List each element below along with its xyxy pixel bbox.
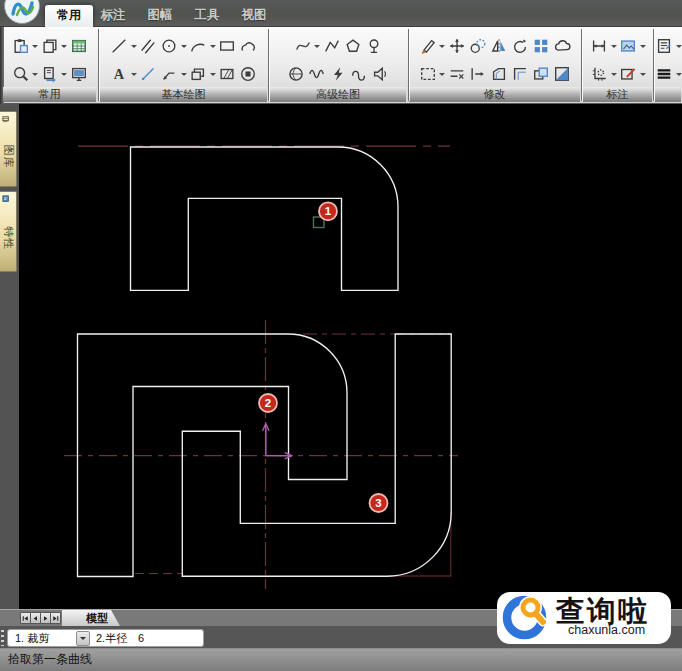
tool-pentagon-button[interactable] (342, 34, 363, 58)
command-step2-value[interactable]: 6 (138, 630, 144, 647)
ribbon-group-label: 基本绘图 (100, 87, 267, 102)
ribbon-icon-row (417, 33, 572, 59)
tool-copyobj-button[interactable] (530, 62, 551, 86)
tool-move-button[interactable] (446, 34, 467, 58)
paste-icon (12, 37, 30, 55)
tool-erase-dropdown[interactable] (438, 34, 446, 58)
tool-editdim-dropdown[interactable] (639, 62, 647, 86)
menu-tab-2[interactable]: 标注 (90, 5, 136, 26)
tool-spline-button[interactable] (292, 34, 313, 58)
tool-copy-button[interactable] (39, 34, 60, 58)
tool-text-button[interactable]: A (109, 62, 130, 86)
tool-display-button[interactable] (68, 62, 89, 86)
sheet-nav-last-button[interactable] (50, 612, 61, 624)
ribbon-icon-row (109, 33, 259, 59)
copyobj-icon (532, 65, 550, 83)
tool-parallel-button[interactable] (138, 34, 159, 58)
command-dropdown-button[interactable] (76, 631, 90, 646)
erase-icon (419, 37, 437, 55)
tool-offsetshape-button[interactable] (488, 62, 509, 86)
ribbon-icon-row (286, 61, 391, 87)
tool-menu-dropdown[interactable] (675, 62, 682, 86)
tool-revcloud-button[interactable] (238, 34, 259, 58)
menu-tab-5[interactable]: 视图 (231, 5, 277, 26)
tool-table-button[interactable] (68, 34, 89, 58)
tool-editdim-button[interactable] (618, 62, 639, 86)
ribbon-group-label: 高级绘图 (270, 87, 406, 102)
tool-block-dropdown[interactable] (209, 62, 217, 86)
tool-dim-dropdown[interactable] (610, 34, 618, 58)
tool-dim-button[interactable] (589, 34, 610, 58)
region-icon (239, 65, 257, 83)
tool-erase-button[interactable] (417, 34, 438, 58)
tool-speaker-button[interactable] (370, 62, 391, 86)
chevron-down-icon (676, 45, 682, 51)
tool-arc-button[interactable] (188, 34, 209, 58)
tool-line-button[interactable] (109, 34, 130, 58)
command-step1[interactable]: 1. 裁剪 (15, 630, 49, 647)
tool-zoom-button[interactable] (10, 62, 31, 86)
tool-block-button[interactable] (188, 62, 209, 86)
tool-axisdim-button[interactable] (589, 62, 610, 86)
paste-special-icon (41, 65, 59, 83)
tool-cloud-button[interactable] (551, 34, 572, 58)
rotate-icon (511, 37, 529, 55)
ribbon-icon-row (589, 61, 647, 87)
tool-copy-dropdown[interactable] (60, 34, 68, 58)
ribbon-group-常用: 常用 (2, 27, 97, 103)
table-icon (70, 37, 88, 55)
tool-polyline-button[interactable] (321, 34, 342, 58)
tool-wave-button[interactable] (307, 62, 328, 86)
display-icon (70, 65, 88, 83)
tool-leader-button[interactable] (159, 62, 180, 86)
tool-array-button[interactable] (530, 34, 551, 58)
tool-paste-special-button[interactable] (39, 62, 60, 86)
tool-revolve-button[interactable] (363, 34, 384, 58)
tool-rotate-button[interactable] (509, 34, 530, 58)
tool-select-button[interactable] (417, 62, 438, 86)
array-icon (532, 37, 550, 55)
tool-docform-dropdown[interactable] (675, 34, 682, 58)
tool-rect-button[interactable] (217, 34, 238, 58)
tool-circle-dropdown[interactable] (180, 34, 188, 58)
tool-menu-button[interactable] (654, 62, 675, 86)
menu-tab-3[interactable]: 图幅 (137, 5, 183, 26)
status-message: 拾取第一条曲线 (8, 649, 682, 670)
tool-arc-dropdown[interactable] (209, 34, 217, 58)
tool-loops-button[interactable] (349, 62, 370, 86)
tool-mirror-button[interactable] (488, 34, 509, 58)
tool-spline-dropdown[interactable] (313, 34, 321, 58)
menu-tab-1[interactable]: 常用 (45, 5, 93, 27)
tool-trim-button[interactable] (446, 62, 467, 86)
tool-circle-button[interactable] (159, 34, 180, 58)
tool-docform-button[interactable] (654, 34, 675, 58)
tool-paste-button[interactable] (10, 34, 31, 58)
tool-leader-dropdown[interactable] (180, 62, 188, 86)
move-icon (448, 37, 466, 55)
tool-rotate2-button[interactable] (467, 34, 488, 58)
tool-extend-button[interactable] (467, 62, 488, 86)
tool-cornerfill-button[interactable] (551, 62, 572, 86)
menu-tab-4[interactable]: 工具 (184, 5, 230, 26)
tool-image-button[interactable] (618, 34, 639, 58)
tool-paste-special-dropdown[interactable] (60, 62, 68, 86)
tool-bolt-button[interactable] (328, 62, 349, 86)
tool-rectcorner-button[interactable] (509, 62, 530, 86)
tool-hatch-button[interactable] (217, 62, 238, 86)
tool-zoom-dropdown[interactable] (31, 62, 39, 86)
tool-text-dropdown[interactable] (130, 62, 138, 86)
chevron-down-icon (32, 73, 38, 79)
tool-line-dropdown[interactable] (130, 34, 138, 58)
tab-model[interactable]: 模型 (62, 610, 120, 626)
app-logo[interactable] (4, 0, 40, 24)
tool-region-button[interactable] (238, 62, 259, 86)
tool-globe-button[interactable] (286, 62, 307, 86)
drawing-canvas[interactable]: 123 (0, 104, 682, 609)
tool-select-dropdown[interactable] (438, 62, 446, 86)
tool-image-dropdown[interactable] (639, 34, 647, 58)
ribbon-group-label: 修改 (409, 87, 580, 102)
tool-paste-dropdown[interactable] (31, 34, 39, 58)
tool-axisdim-dropdown[interactable] (610, 62, 618, 86)
command-bar-grip[interactable] (1, 630, 4, 646)
tool-sketch-button[interactable] (138, 62, 159, 86)
